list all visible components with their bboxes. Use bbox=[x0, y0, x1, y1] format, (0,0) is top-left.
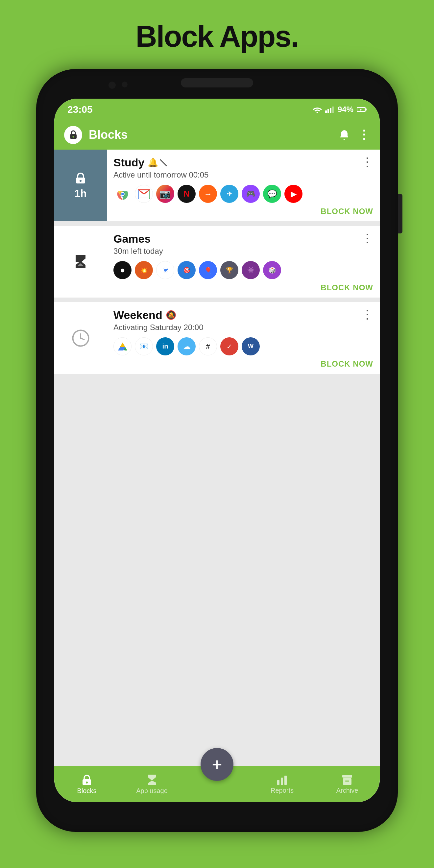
clock-icon bbox=[72, 329, 90, 347]
telegram-icon: ✈ bbox=[220, 185, 238, 203]
svg-point-28 bbox=[86, 781, 88, 783]
phone-camera-right bbox=[122, 82, 128, 88]
nav-item-reports[interactable]: Reports bbox=[250, 774, 315, 794]
status-time: 23:05 bbox=[67, 104, 93, 115]
nav-item-app-usage[interactable]: App usage bbox=[119, 774, 184, 795]
study-title: Study bbox=[114, 156, 144, 169]
game7-icon: 👾 bbox=[242, 261, 260, 279]
chrome-icon bbox=[114, 185, 131, 203]
content-area[interactable]: 1h Study 🔔 bbox=[54, 150, 380, 802]
weekend-app-icons: 📧 in ☁ # ✓ W bbox=[114, 337, 373, 355]
weekend-card-left bbox=[54, 302, 107, 374]
phone-button-right bbox=[398, 194, 402, 234]
games-more-icon[interactable]: ⋮ bbox=[361, 232, 373, 244]
nav-archive-icon bbox=[342, 774, 353, 785]
nav-lock-icon bbox=[81, 774, 93, 786]
signal-icon bbox=[325, 106, 334, 113]
games-subtitle: 30m left today bbox=[114, 247, 163, 256]
weekend-block-now[interactable]: BLOCK NOW bbox=[320, 360, 373, 369]
weekend-more-icon[interactable]: ⋮ bbox=[361, 309, 373, 320]
linkedin-icon: in bbox=[156, 337, 174, 355]
phone-screen: 23:05 bbox=[54, 99, 380, 802]
page-title: Block Apps. bbox=[0, 0, 434, 67]
twitch-icon: 🎮 bbox=[242, 185, 260, 203]
svg-text:z: z bbox=[345, 130, 346, 134]
nav-app-usage-label: App usage bbox=[136, 787, 168, 795]
nav-item-archive[interactable]: Archive bbox=[315, 774, 380, 794]
study-subtitle: Active until tomorrow 00:05 bbox=[114, 170, 209, 180]
svg-line-13 bbox=[160, 159, 167, 166]
svg-rect-3 bbox=[330, 108, 332, 113]
slack-icon: # bbox=[199, 337, 217, 355]
battery-icon bbox=[357, 107, 367, 112]
instagram-icon: 📷 bbox=[156, 185, 174, 203]
svg-rect-6 bbox=[366, 108, 367, 111]
empty-area bbox=[54, 378, 380, 576]
study-time-label: 1h bbox=[74, 187, 87, 199]
notification-icon[interactable]: z bbox=[338, 129, 350, 141]
study-mute-icon: 🔔 bbox=[148, 157, 158, 168]
games-card-left bbox=[54, 226, 107, 298]
games-title: Games bbox=[114, 232, 151, 245]
phone-speaker bbox=[181, 78, 253, 88]
app-bar-title: Blocks bbox=[89, 128, 332, 142]
nav-hourglass-icon bbox=[147, 774, 157, 786]
game1-icon: ● bbox=[114, 261, 131, 279]
games-block-card: Games 30m left today ⋮ ● 💥 bbox=[54, 226, 380, 298]
relay-icon: → bbox=[199, 185, 217, 203]
study-block-card: 1h Study 🔔 bbox=[54, 150, 380, 221]
app-logo bbox=[64, 126, 82, 144]
svg-point-26 bbox=[80, 337, 82, 339]
hourglass-icon bbox=[72, 253, 89, 270]
svg-point-0 bbox=[316, 112, 318, 113]
svg-rect-30 bbox=[281, 778, 283, 785]
fab-button[interactable]: + bbox=[200, 748, 234, 781]
svg-point-9 bbox=[72, 136, 74, 138]
svg-rect-2 bbox=[328, 109, 329, 113]
youtube-icon: ▶ bbox=[284, 185, 303, 203]
game8-icon: 🎲 bbox=[263, 261, 281, 279]
svg-rect-4 bbox=[332, 106, 334, 113]
nav-archive-label: Archive bbox=[336, 787, 359, 794]
games-app-icons: ● 💥 bbox=[114, 261, 373, 279]
study-block-now[interactable]: BLOCK NOW bbox=[320, 207, 373, 216]
study-more-icon[interactable]: ⋮ bbox=[361, 156, 373, 168]
study-muted-icon bbox=[159, 158, 168, 167]
battery-text: 94% bbox=[338, 105, 353, 114]
games-card-right: Games 30m left today ⋮ ● 💥 bbox=[107, 226, 380, 298]
game2-icon: 💥 bbox=[135, 261, 153, 279]
weekend-card-right: Weekend 🔕 Activating Saturday 20:00 ⋮ bbox=[107, 302, 380, 374]
whatsapp-icon: 💬 bbox=[263, 185, 281, 203]
word-icon: W bbox=[242, 337, 260, 355]
svg-rect-34 bbox=[345, 780, 349, 781]
weekend-title: Weekend bbox=[114, 309, 162, 321]
gdrive-icon bbox=[114, 337, 131, 355]
wifi-icon bbox=[313, 106, 322, 113]
svg-rect-31 bbox=[284, 776, 287, 785]
svg-point-17 bbox=[121, 193, 124, 195]
weekend-block-card: Weekend 🔕 Activating Saturday 20:00 ⋮ bbox=[54, 302, 380, 374]
game4-icon: 🎯 bbox=[178, 261, 196, 279]
games-block-now[interactable]: BLOCK NOW bbox=[320, 283, 373, 292]
svg-point-12 bbox=[80, 180, 82, 182]
lock-icon bbox=[68, 130, 78, 140]
more-options-icon[interactable]: ⋮ bbox=[358, 128, 370, 142]
nav-item-blocks[interactable]: Blocks bbox=[54, 774, 119, 795]
app-bar-actions: z ⋮ bbox=[338, 128, 370, 142]
weekend-mute-icon: 🔕 bbox=[166, 310, 176, 320]
game3-icon bbox=[156, 261, 174, 279]
nav-reports-label: Reports bbox=[271, 787, 293, 794]
gmail2-icon: 📧 bbox=[135, 337, 153, 355]
svg-rect-29 bbox=[277, 780, 279, 785]
svg-rect-1 bbox=[325, 111, 327, 113]
todoist-icon: ✓ bbox=[220, 337, 238, 355]
nav-blocks-label: Blocks bbox=[77, 787, 97, 795]
nav-reports-icon bbox=[277, 774, 288, 785]
phone-shell: 23:05 bbox=[36, 69, 398, 832]
gmail-icon bbox=[135, 185, 153, 203]
weekend-subtitle: Activating Saturday 20:00 bbox=[114, 323, 204, 332]
study-lock-icon bbox=[74, 172, 87, 185]
app-bar: Blocks z ⋮ bbox=[54, 120, 380, 150]
phone-camera-left bbox=[108, 82, 116, 89]
status-bar: 23:05 bbox=[54, 99, 380, 120]
